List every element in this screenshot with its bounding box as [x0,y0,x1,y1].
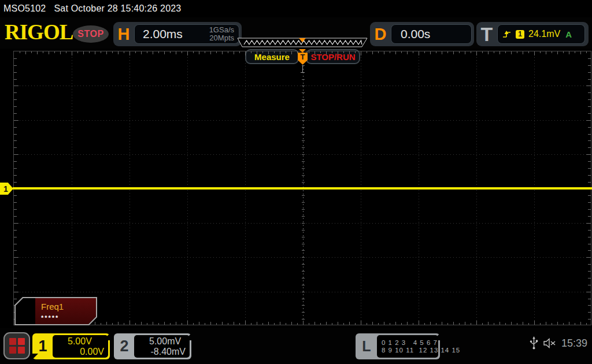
usb-icon [530,336,538,350]
graticule-tick [343,323,344,325]
graticule-tick [14,127,17,128]
graticule-tick [182,51,182,53]
graticule-tick [407,322,408,325]
graticule-tick [302,278,305,278]
graticule-tick [326,322,327,325]
graticule-tick [372,51,373,54]
graticule-tick [302,223,305,224]
graticule-tick [14,92,17,93]
trigger-marker-stem-tick [301,72,305,73]
graticule-tick [170,323,171,325]
channel1-offset: 0.00V [56,347,104,357]
trigger-source-badge: 1 [516,30,524,39]
graticule-tick [367,51,367,53]
graticule-tick [14,161,17,162]
graticule-tick [14,113,17,114]
graticule-tick [413,51,413,53]
graticule-tick [517,51,517,53]
graticule-tick [302,99,305,100]
graticule-tick [586,223,591,224]
graticule-tick [546,322,546,325]
graticule-tick [419,51,419,55]
trigger-settings-group[interactable]: T 1 24.1mV A [476,22,589,46]
trigger-level-value: 24.1mV [528,29,560,39]
graticule-tick [326,51,327,54]
channel1-level-marker-icon[interactable]: 1 [0,183,13,195]
channel1-trace[interactable] [13,187,592,190]
graticule-tick [588,299,591,299]
graticule-tick [476,51,477,55]
graticule-tick [291,51,292,54]
horizontal-settings-group[interactable]: H 2.00ms 1GSa/s 20Mpts [113,22,242,46]
graticule-tick [14,120,18,121]
graticule-tick [164,322,165,325]
graticule-tick [586,292,591,292]
logic-channel-numbers: 0 1 2 3 4 5 6 7 8 9 10 11 12 13 14 15 [377,335,438,358]
graticule-tick [586,154,591,155]
graticule-tick [302,202,305,203]
measurement-value: ***** [41,314,59,321]
graticule-tick [588,140,591,141]
grid-menu-icon[interactable] [3,332,30,359]
graticule-tick [135,323,136,325]
graticule-tick [118,51,119,54]
graticule-tick [586,257,591,258]
graticule-tick [588,147,591,148]
graticule-tick [302,140,305,141]
graticule-tick [147,323,147,325]
channel2-status-block[interactable]: 2 5.00mV -8.40mV [114,333,191,359]
graticule-tick [14,86,18,86]
graticule-tick [302,79,305,80]
graticule-tick [20,51,20,53]
rising-edge-icon [502,29,512,39]
graticule-tick [395,51,396,54]
graticule-tick [302,250,305,251]
graticule-tick [588,92,591,93]
graticule-tick [216,51,217,53]
rigol-logo: RIGOL [5,20,73,44]
graticule-tick [280,51,280,54]
measurement-popup[interactable]: Freq1 ***** [14,297,97,325]
graticule-tick [302,257,305,258]
graticule-tick [14,175,17,176]
graticule-tick [523,322,523,325]
trigger-value-box: 1 24.1mV A [497,24,585,44]
graticule-tick [182,323,182,325]
graticule-tick [153,51,153,54]
trigger-label: T [476,23,497,46]
channel1-status-block[interactable]: 1 5.00V 0.00V [32,333,110,359]
run-state-badge[interactable]: STOP [73,25,109,43]
logic-channels-block[interactable]: L 0 1 2 3 4 5 6 7 8 9 10 11 12 13 14 15 [356,333,440,359]
graticule-tick [580,322,581,325]
graticule-tick [407,51,408,54]
graticule-tick [245,51,246,55]
waveform-preview-bar[interactable] [237,38,368,47]
graticule-tick [101,323,101,325]
graticule-tick [14,271,17,272]
graticule-tick [14,65,17,66]
graticule-tick [228,323,228,325]
graticule-tick [588,271,591,272]
graticule-tick [447,323,448,325]
graticule-tick [222,51,223,54]
graticule-tick [251,323,251,325]
graticule-tick [147,51,147,53]
graticule-tick [401,51,402,53]
graticule-tick [424,51,425,53]
graticule-tick [106,51,107,54]
graticule-tick [302,299,305,299]
graticule-tick [14,147,17,148]
graticule-tick [291,322,292,325]
graticule-tick [210,322,211,325]
graticule-tick [575,51,575,53]
run-state-label: STOP [77,29,103,39]
graticule-tick [176,322,176,325]
graticule-tick [557,51,558,54]
graticule-tick [494,323,494,325]
graticule-tick [112,51,113,53]
graticule-tick [141,51,142,54]
graticule-tick [528,51,529,53]
graticule-tick [302,86,305,86]
graticule-tick [588,134,591,135]
delay-settings-group[interactable]: D 0.00s [370,22,474,46]
